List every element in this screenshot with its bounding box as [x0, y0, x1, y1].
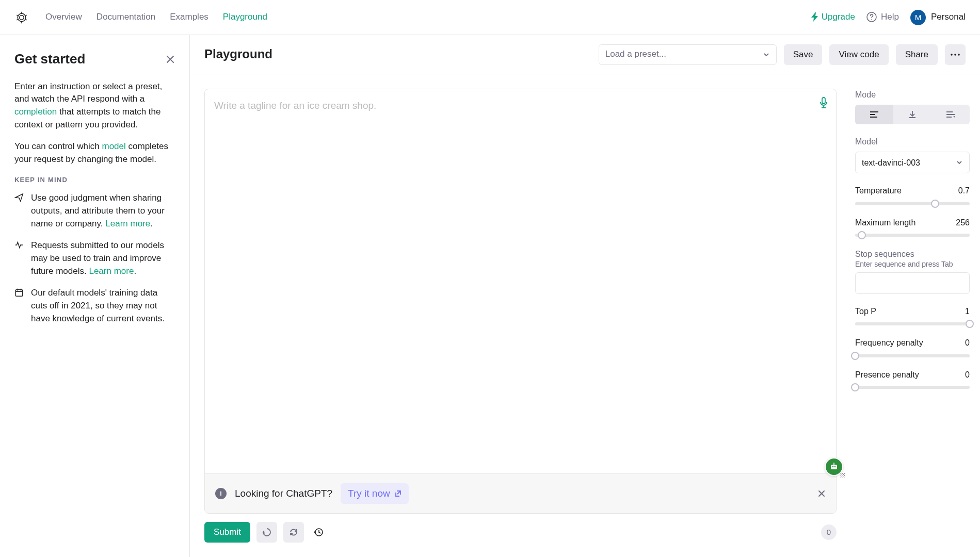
preset-placeholder: Load a preset... [605, 48, 666, 61]
completion-link[interactable]: completion [14, 107, 57, 117]
info-icon: i [215, 488, 227, 499]
sidebar-title: Get started [14, 50, 175, 69]
settings-panel: Mode Model text-davinci-003 [851, 74, 980, 557]
presence-value: 0 [965, 369, 970, 381]
save-button[interactable]: Save [784, 44, 823, 65]
avatar: M [910, 10, 926, 25]
history-button[interactable] [310, 527, 327, 537]
chatgpt-banner: i Looking for ChatGPT? Try it now [205, 473, 836, 513]
nav-links: Overview Documentation Examples Playgrou… [45, 11, 811, 24]
prompt-placeholder: Write a tagline for an ice cream shop. [205, 89, 836, 473]
learn-more-link[interactable]: Learn more [89, 266, 134, 276]
upgrade-link[interactable]: Upgrade [811, 11, 855, 24]
page-title: Playground [204, 45, 272, 63]
try-it-now-link[interactable]: Try it now [341, 483, 409, 504]
undo-button[interactable] [256, 522, 277, 543]
freq-label: Frequency penalty [855, 337, 923, 349]
presence-penalty-param: Presence penalty 0 [855, 369, 970, 389]
undo-icon [262, 528, 271, 537]
nav-link-overview[interactable]: Overview [45, 11, 82, 24]
assistant-badge-icon[interactable] [825, 457, 843, 476]
account-label: Personal [931, 11, 966, 24]
paper-plane-icon [14, 192, 25, 230]
stop-input[interactable] [855, 272, 970, 294]
playground-toolbar: Playground Load a preset... Save View co… [190, 35, 980, 74]
get-started-sidebar: Get started Enter an instruction or sele… [0, 35, 190, 557]
submit-button[interactable]: Submit [204, 522, 250, 543]
prompt-editor[interactable]: Write a tagline for an ice cream shop. i… [204, 89, 837, 514]
svg-point-1 [20, 15, 24, 19]
svg-point-0 [18, 13, 25, 21]
stop-hint: Enter sequence and press Tab [855, 259, 970, 269]
svg-point-11 [834, 466, 836, 468]
stop-label: Stop sequences [855, 248, 970, 260]
mode-edit-icon[interactable] [931, 105, 970, 124]
svg-rect-4 [15, 290, 23, 297]
max-length-label: Maximum length [855, 217, 915, 228]
temperature-slider[interactable] [855, 202, 970, 205]
top-p-value: 1 [965, 305, 970, 317]
max-length-value: 256 [956, 217, 970, 228]
help-label: Help [881, 11, 899, 24]
preset-select[interactable]: Load a preset... [599, 44, 777, 65]
token-count: 0 [821, 525, 837, 540]
calendar-icon [14, 287, 25, 325]
presence-label: Presence penalty [855, 369, 919, 381]
bolt-icon [811, 12, 818, 22]
model-select[interactable]: text-davinci-003 [855, 152, 970, 173]
tip-cutoff: Our default models' training data cuts o… [14, 287, 175, 325]
chevron-down-icon [763, 51, 770, 58]
close-icon[interactable] [166, 55, 175, 64]
svg-rect-8 [822, 97, 825, 104]
mode-label: Mode [855, 89, 970, 101]
banner-close-icon[interactable] [817, 489, 826, 498]
mode-tabs [855, 105, 970, 124]
nav-right: Upgrade Help M Personal [811, 10, 966, 25]
top-p-label: Top P [855, 305, 876, 317]
help-icon [866, 12, 877, 22]
keep-in-mind-heading: KEEP IN MIND [14, 175, 175, 185]
svg-point-10 [832, 466, 834, 468]
learn-more-link[interactable]: Learn more [105, 219, 150, 228]
sidebar-paragraph-1: Enter an instruction or select a preset,… [14, 80, 175, 132]
upgrade-label: Upgrade [822, 11, 855, 24]
stop-seq-param: Stop sequences Enter sequence and press … [855, 248, 970, 294]
max-length-param: Maximum length 256 [855, 217, 970, 237]
nav-link-examples[interactable]: Examples [170, 11, 208, 24]
help-link[interactable]: Help [866, 11, 899, 24]
regenerate-button[interactable] [283, 522, 304, 543]
submit-row: Submit 0 [204, 522, 837, 543]
nav-link-documentation[interactable]: Documentation [97, 11, 155, 24]
sidebar-paragraph-2: You can control which model completes yo… [14, 140, 175, 166]
svg-point-6 [954, 54, 956, 56]
freq-slider[interactable] [855, 354, 970, 357]
presence-slider[interactable] [855, 386, 970, 389]
top-p-slider[interactable] [855, 322, 970, 325]
more-horizontal-icon [951, 54, 960, 56]
top-nav: Overview Documentation Examples Playgrou… [0, 0, 980, 35]
svg-point-3 [871, 19, 872, 20]
freq-penalty-param: Frequency penalty 0 [855, 337, 970, 357]
mode-insert-icon[interactable] [893, 105, 931, 124]
svg-point-5 [951, 54, 953, 56]
mode-complete-icon[interactable] [855, 105, 893, 124]
tip-share: Use good judgment when sharing outputs, … [14, 192, 175, 230]
activity-icon [14, 239, 25, 277]
external-link-icon [394, 490, 401, 497]
refresh-icon [289, 528, 298, 537]
temperature-label: Temperature [855, 185, 902, 196]
tip-training: Requests submitted to our models may be … [14, 239, 175, 277]
account-menu[interactable]: M Personal [910, 10, 966, 25]
temperature-value: 0.7 [958, 185, 970, 196]
more-button[interactable] [945, 44, 966, 65]
top-p-param: Top P 1 [855, 305, 970, 325]
microphone-icon[interactable] [818, 96, 829, 109]
view-code-button[interactable]: View code [829, 44, 888, 65]
banner-text: Looking for ChatGPT? [235, 486, 332, 501]
nav-link-playground[interactable]: Playground [223, 11, 267, 24]
max-length-slider[interactable] [855, 234, 970, 237]
model-label: Model [855, 136, 970, 148]
share-button[interactable]: Share [896, 44, 938, 65]
temperature-param: Temperature 0.7 [855, 185, 970, 205]
model-link[interactable]: model [102, 141, 125, 151]
